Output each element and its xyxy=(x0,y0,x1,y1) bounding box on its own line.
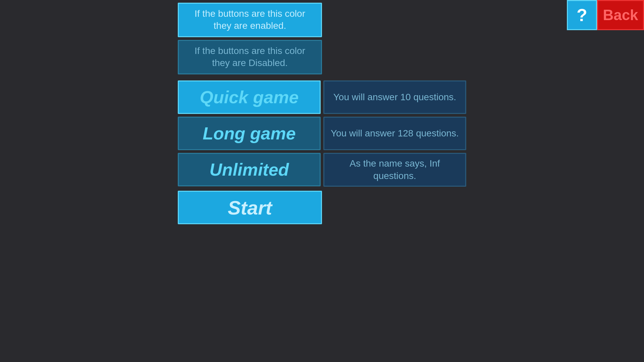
help-icon: ? xyxy=(577,5,587,25)
long-game-desc-text: You will answer 128 questions. xyxy=(331,127,459,140)
enabled-info-text: If the buttons are this color they are e… xyxy=(195,8,305,31)
quick-game-desc-text: You will answer 10 questions. xyxy=(333,91,456,104)
back-button[interactable]: Back xyxy=(597,0,644,30)
unlimited-game-label: Unlimited xyxy=(209,160,289,180)
start-button[interactable]: Start xyxy=(178,191,322,224)
unlimited-game-button[interactable]: Unlimited xyxy=(178,153,321,186)
start-label: Start xyxy=(228,196,272,219)
quick-game-label: Quick game xyxy=(200,87,299,107)
long-game-button[interactable]: Long game xyxy=(178,117,321,150)
help-button[interactable]: ? xyxy=(567,0,597,30)
quick-game-button[interactable]: Quick game xyxy=(178,80,321,114)
unlimited-game-description: As the name says, Inf questions. xyxy=(323,153,466,187)
disabled-info-text: If the buttons are this color they are D… xyxy=(195,46,305,68)
unlimited-game-desc-text: As the name says, Inf questions. xyxy=(330,157,460,183)
quick-game-row: Quick game You will answer 10 questions. xyxy=(178,80,466,114)
long-game-row: Long game You will answer 128 questions. xyxy=(178,117,466,150)
main-content: If the buttons are this color they are e… xyxy=(178,0,466,224)
game-modes-section: Quick game You will answer 10 questions.… xyxy=(178,80,466,225)
unlimited-game-row: Unlimited As the name says, Inf question… xyxy=(178,153,466,187)
back-label: Back xyxy=(603,7,638,23)
long-game-label: Long game xyxy=(203,123,296,143)
long-game-description: You will answer 128 questions. xyxy=(323,117,466,150)
top-right-controls: ? Back xyxy=(567,0,644,30)
disabled-info-box: If the buttons are this color they are D… xyxy=(178,40,322,74)
quick-game-description: You will answer 10 questions. xyxy=(323,80,466,114)
enabled-info-box: If the buttons are this color they are e… xyxy=(178,3,322,37)
